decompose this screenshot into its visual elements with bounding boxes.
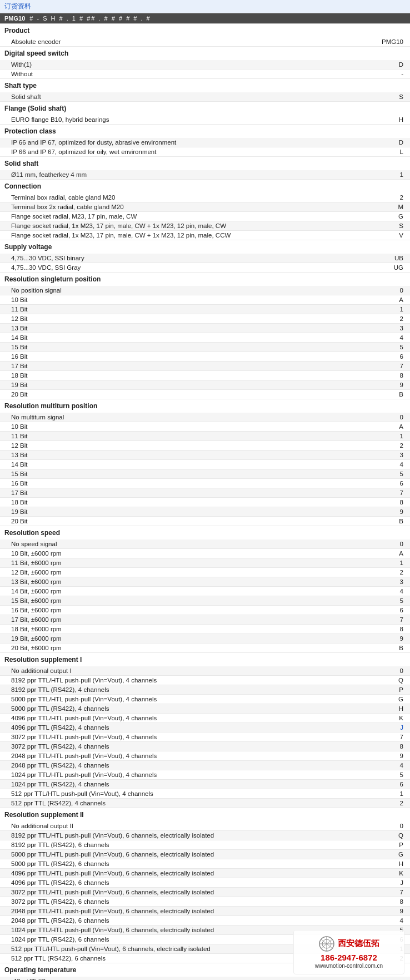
data-row: 13 Bit, ±6000 rpm3 — [0, 577, 410, 587]
section-header: Digital speed switch — [0, 47, 410, 61]
data-row: 2048 ppr TTL (RS422), 6 channels4 — [0, 916, 410, 925]
top-bar: 订货资料 — [0, 0, 410, 13]
data-row: No multiturn signal0 — [0, 413, 410, 422]
data-row: 4096 ppr TTL/HTL push-pull (Vin=Vout), 4… — [0, 714, 410, 723]
data-row: 19 Bit9 — [0, 507, 410, 517]
data-row: 18 Bit8 — [0, 371, 410, 380]
watermark-phone: 186-2947-6872 — [321, 953, 377, 962]
data-row: No additional output I0 — [0, 666, 410, 676]
data-row: 2048 ppr TTL/HTL push-pull (Vin=Vout), 4… — [0, 751, 410, 761]
data-row: 17 Bit, ±6000 rpm7 — [0, 615, 410, 625]
data-row: IP 66 and IP 67, optimized for oily, wet… — [0, 147, 410, 157]
data-row: No position signal0 — [0, 286, 410, 295]
data-row: Ø11 mm, featherkey 4 mm1 — [0, 170, 410, 180]
section-header: Resolution supplement II — [0, 808, 410, 822]
header-codes: # - S H # . 1 # ## . # # # # # . # — [29, 15, 151, 22]
data-row: 10 BitA — [0, 422, 410, 432]
data-row: 1024 ppr TTL/HTL push-pull (Vin=Vout), 4… — [0, 770, 410, 780]
top-bar-label: 订货资料 — [4, 2, 31, 10]
data-row: 1024 ppr TTL (RS422), 4 channels6 — [0, 780, 410, 789]
data-row: 16 Bit6 — [0, 479, 410, 488]
data-row: Without- — [0, 70, 410, 79]
section-header: Shaft type — [0, 79, 410, 93]
section-header: Product — [0, 24, 410, 38]
data-row: 4096 ppr TTL (RS422), 6 channelsJ — [0, 878, 410, 888]
section-header: Supply voltage — [0, 240, 410, 254]
section-header: Resolution supplement I — [0, 653, 410, 667]
data-row: 3072 ppr TTL (RS422), 4 channels8 — [0, 742, 410, 751]
data-row: 19 Bit9 — [0, 380, 410, 390]
data-row: 4096 ppr TTL (RS422), 4 channelsJ — [0, 723, 410, 732]
data-row: 8192 ppr TTL/HTL push-pull (Vin=Vout), 6… — [0, 831, 410, 840]
data-row: 11 Bit1 — [0, 432, 410, 441]
product-row: Absolute encoderPMG10 — [0, 37, 410, 47]
data-row: 14 Bit4 — [0, 460, 410, 469]
data-row: 512 ppr TTL (RS422), 4 channels2 — [0, 799, 410, 808]
data-row: 11 Bit1 — [0, 305, 410, 314]
section-header: Protection class — [0, 125, 410, 138]
data-row: With(1)D — [0, 60, 410, 70]
data-table: ProductAbsolute encoderPMG10Digital spee… — [0, 23, 410, 980]
data-row: 12 Bit2 — [0, 314, 410, 324]
data-row: -40...+85 °C — [0, 977, 410, 980]
data-row: Flange socket radial, 1x M23, 17 pin, ma… — [0, 231, 410, 240]
data-row: 4,75...30 VDC, SSI binaryUB — [0, 254, 410, 263]
data-row: 18 Bit8 — [0, 498, 410, 507]
data-row: Solid shaftS — [0, 92, 410, 102]
data-row: No speed signal0 — [0, 540, 410, 549]
data-row: No additional output II0 — [0, 821, 410, 831]
data-row: EURO flange B10, hybrid bearingsH — [0, 115, 410, 125]
data-row: 17 Bit7 — [0, 362, 410, 371]
watermark-company-row: 西安德伍拓 — [319, 936, 379, 952]
data-row: 20 BitB — [0, 390, 410, 399]
section-header: Flange (Solid shaft) — [0, 102, 410, 116]
data-row: 12 Bit, ±6000 rpm2 — [0, 568, 410, 577]
data-row: 12 Bit2 — [0, 441, 410, 451]
data-row: 14 Bit4 — [0, 333, 410, 343]
data-row: 10 BitA — [0, 295, 410, 305]
data-row: 16 Bit6 — [0, 352, 410, 362]
data-row: 20 Bit, ±6000 rpmB — [0, 644, 410, 653]
data-row: 5000 ppr TTL/HTL push-pull (Vin=Vout), 4… — [0, 695, 410, 704]
data-row: Flange socket radial, M23, 17 pin, male,… — [0, 212, 410, 221]
content-area: ProductAbsolute encoderPMG10Digital spee… — [0, 23, 410, 980]
data-row: 8192 ppr TTL (RS422), 4 channelsP — [0, 685, 410, 695]
data-row: Flange socket radial, 1x M23, 17 pin, ma… — [0, 221, 410, 231]
data-row: 20 BitB — [0, 517, 410, 526]
data-row: 14 Bit, ±6000 rpm4 — [0, 587, 410, 596]
header-row: PMG10 # - S H # . 1 # ## . # # # # # . # — [0, 13, 410, 23]
data-row: 15 Bit5 — [0, 343, 410, 352]
data-row: 3072 ppr TTL (RS422), 6 channels8 — [0, 897, 410, 907]
data-row: 11 Bit, ±6000 rpm1 — [0, 558, 410, 568]
data-row: 5000 ppr TTL (RS422), 4 channelsH — [0, 704, 410, 714]
data-row: 13 Bit3 — [0, 324, 410, 333]
data-row: 512 ppr TTL/HTL push-pull (Vin=Vout), 4 … — [0, 789, 410, 799]
section-header: Resolution speed — [0, 526, 410, 540]
data-row: Terminal box 2x radial, cable gland M20M — [0, 202, 410, 212]
data-row: 17 Bit7 — [0, 488, 410, 498]
watermark-company: 西安德伍拓 — [338, 938, 379, 949]
data-row: 4,75...30 VDC, SSI GrayUG — [0, 263, 410, 273]
data-row: 16 Bit, ±6000 rpm6 — [0, 606, 410, 615]
data-row: 18 Bit, ±6000 rpm8 — [0, 625, 410, 634]
data-row: 2048 ppr TTL (RS422), 4 channels4 — [0, 761, 410, 770]
watermark-overlay: 西安德伍拓 186-2947-6872 www.motion-control.c… — [293, 930, 404, 974]
header-model: PMG10 — [4, 15, 25, 22]
data-row: 13 Bit3 — [0, 451, 410, 460]
section-header: Resolution multiturn position — [0, 399, 410, 413]
section-header: Solid shaft — [0, 157, 410, 171]
watermark-website: www.motion-control.com.cn — [315, 963, 383, 969]
data-row: 2048 ppr TTL/HTL push-pull (Vin=Vout), 6… — [0, 907, 410, 916]
data-row: 15 Bit, ±6000 rpm5 — [0, 596, 410, 606]
data-row: 19 Bit, ±6000 rpm9 — [0, 634, 410, 644]
data-row: 15 Bit5 — [0, 469, 410, 479]
data-row: 10 Bit, ±6000 rpmA — [0, 549, 410, 558]
data-row: IP 66 and IP 67, optimized for dusty, ab… — [0, 138, 410, 147]
watermark-logo-icon — [319, 936, 334, 952]
section-header: Connection — [0, 180, 410, 194]
data-row: Terminal box radial, cable gland M202 — [0, 193, 410, 202]
data-row: 5000 ppr TTL/HTL push-pull (Vin=Vout), 6… — [0, 850, 410, 859]
data-row: 4096 ppr TTL/HTL push-pull (Vin=Vout), 6… — [0, 869, 410, 878]
data-row: 3072 ppr TTL/HTL push-pull (Vin=Vout), 4… — [0, 732, 410, 742]
data-row: 8192 ppr TTL (RS422), 6 channelsP — [0, 840, 410, 850]
